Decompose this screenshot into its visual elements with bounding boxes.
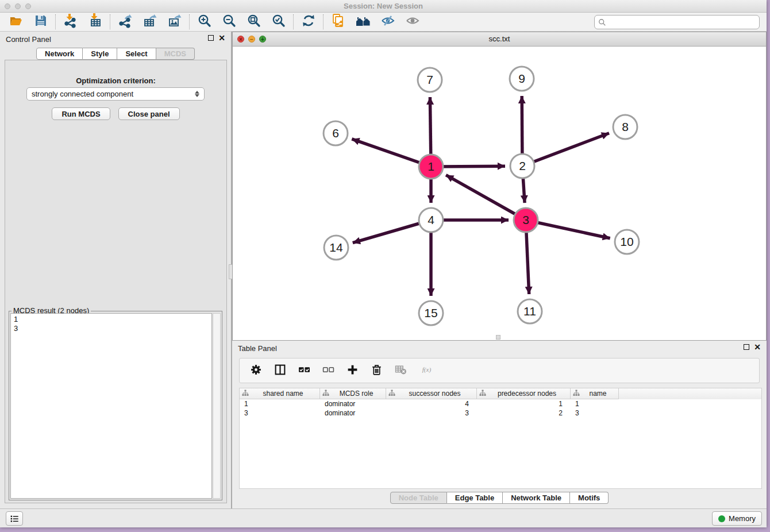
graph-node-4[interactable]: 4 bbox=[419, 208, 443, 232]
open-file-button[interactable] bbox=[3, 13, 28, 30]
table-row[interactable]: 3dominator323 bbox=[240, 408, 761, 418]
zoom-in-button[interactable] bbox=[192, 13, 217, 30]
refresh-button[interactable] bbox=[296, 13, 321, 30]
column-header-shared-name[interactable]: shared name bbox=[240, 388, 320, 399]
graph-node-6[interactable]: 6 bbox=[324, 121, 348, 145]
table-cell[interactable]: 3 bbox=[240, 408, 320, 418]
result-scrollbar[interactable] bbox=[213, 313, 221, 499]
tab-select[interactable]: Select bbox=[117, 48, 156, 60]
save-session-button[interactable] bbox=[28, 13, 53, 30]
graph-node-11[interactable]: 11 bbox=[518, 299, 542, 323]
table-cell[interactable]: 4 bbox=[386, 399, 477, 408]
table-cell[interactable]: 1 bbox=[477, 399, 571, 408]
toolbar-separator bbox=[189, 14, 190, 29]
hide-selected-button[interactable] bbox=[375, 13, 400, 30]
graph-node-2[interactable]: 2 bbox=[510, 154, 534, 178]
mcds-result-text[interactable]: 1 3 bbox=[10, 313, 212, 499]
table-float-panel-icon[interactable] bbox=[744, 344, 749, 350]
tab-network-table[interactable]: Network Table bbox=[503, 492, 570, 504]
hierarchy-icon bbox=[479, 390, 486, 398]
graph-node-15[interactable]: 15 bbox=[419, 301, 443, 325]
mcds-panel: Optimization criterion: strongly connect… bbox=[5, 60, 227, 503]
import-table-button[interactable] bbox=[83, 13, 107, 30]
columns-button[interactable] bbox=[273, 364, 287, 377]
column-header-predecessor-nodes[interactable]: predecessor nodes bbox=[477, 388, 571, 399]
tab-network[interactable]: Network bbox=[36, 48, 83, 60]
table-cell[interactable]: dominator bbox=[320, 408, 386, 418]
tab-mcds[interactable]: MCDS bbox=[156, 48, 195, 60]
control-panel-header: Control Panel ✕ bbox=[0, 32, 231, 47]
table-cell[interactable]: 3 bbox=[386, 408, 477, 418]
svg-text:6: 6 bbox=[332, 126, 339, 140]
delete-row-button[interactable] bbox=[369, 364, 383, 377]
table-cell[interactable]: dominator bbox=[320, 399, 386, 408]
table-cell[interactable]: 2 bbox=[477, 408, 571, 418]
network-resize-handle[interactable] bbox=[496, 335, 500, 340]
column-label: predecessor nodes bbox=[486, 390, 568, 398]
graph-edge-3-1[interactable] bbox=[446, 175, 526, 220]
graph-edge-2-8[interactable] bbox=[522, 133, 609, 166]
tab-style[interactable]: Style bbox=[83, 48, 117, 60]
svg-text:7: 7 bbox=[426, 73, 433, 86]
memory-status-icon bbox=[718, 515, 725, 522]
column-header-MCDS-role[interactable]: MCDS role bbox=[320, 388, 386, 399]
memory-button[interactable]: Memory bbox=[712, 511, 762, 526]
export-network-button[interactable] bbox=[113, 13, 137, 30]
optimization-criterion-label: Optimization criterion: bbox=[5, 76, 226, 85]
export-image-button[interactable] bbox=[162, 13, 187, 30]
tab-edge-table[interactable]: Edge Table bbox=[447, 492, 503, 504]
hierarchy-icon bbox=[242, 390, 249, 398]
new-network-from-selection-button[interactable] bbox=[326, 13, 351, 30]
new-network-from-selection-icon bbox=[331, 13, 346, 30]
table-row[interactable]: 1dominator411 bbox=[240, 399, 761, 408]
search-box[interactable] bbox=[594, 15, 760, 29]
graph-node-7[interactable]: 7 bbox=[418, 68, 442, 92]
column-header-name[interactable]: name bbox=[571, 388, 619, 399]
list-icon bbox=[9, 514, 20, 524]
table-cell[interactable]: 3 bbox=[571, 408, 619, 418]
graph-node-14[interactable]: 14 bbox=[324, 236, 348, 260]
settings-button[interactable] bbox=[249, 364, 263, 377]
graph-edge-3-10[interactable] bbox=[526, 220, 610, 238]
close-panel-button[interactable]: Close panel bbox=[118, 107, 180, 120]
export-table-icon bbox=[143, 13, 157, 30]
float-panel-icon[interactable] bbox=[208, 35, 214, 41]
add-row-icon bbox=[346, 364, 359, 378]
table-cell[interactable]: 1 bbox=[240, 399, 320, 408]
hierarchy-icon bbox=[388, 390, 395, 398]
optimization-criterion-select[interactable]: strongly connected component bbox=[26, 87, 205, 101]
zoom-out-button[interactable] bbox=[217, 13, 241, 30]
table-cell[interactable]: 1 bbox=[571, 399, 619, 408]
table-close-panel-icon[interactable]: ✕ bbox=[754, 344, 761, 350]
svg-text:8: 8 bbox=[622, 120, 629, 133]
graph-node-8[interactable]: 8 bbox=[613, 115, 637, 139]
graph-node-1[interactable]: 1 bbox=[419, 155, 443, 179]
select-all-button[interactable] bbox=[297, 364, 311, 377]
graph-node-9[interactable]: 9 bbox=[510, 67, 534, 91]
add-row-button[interactable] bbox=[345, 364, 359, 377]
graph-node-3[interactable]: 3 bbox=[514, 208, 538, 232]
deselect-all-button[interactable] bbox=[321, 364, 335, 377]
zoom-selected-button[interactable] bbox=[266, 13, 291, 30]
first-neighbors-button[interactable] bbox=[351, 13, 375, 30]
zoom-fit-icon bbox=[247, 13, 261, 30]
show-all-button[interactable] bbox=[400, 13, 425, 30]
svg-text:2: 2 bbox=[519, 159, 526, 172]
select-all-icon bbox=[298, 364, 310, 378]
export-image-icon bbox=[167, 13, 182, 30]
search-input[interactable] bbox=[609, 18, 756, 26]
select-stepper-icon bbox=[195, 91, 199, 97]
task-history-button[interactable] bbox=[6, 511, 23, 526]
close-panel-icon[interactable]: ✕ bbox=[218, 35, 225, 41]
first-neighbors-icon bbox=[356, 13, 371, 30]
import-network-icon bbox=[63, 13, 78, 30]
import-network-button[interactable] bbox=[58, 13, 83, 30]
tab-node-table[interactable]: Node Table bbox=[390, 492, 447, 504]
column-header-successor-nodes[interactable]: successor nodes bbox=[386, 388, 477, 399]
zoom-fit-button[interactable] bbox=[241, 13, 266, 30]
export-table-button[interactable] bbox=[137, 13, 162, 30]
graph-node-10[interactable]: 10 bbox=[615, 230, 639, 254]
run-mcds-button[interactable]: Run MCDS bbox=[52, 107, 110, 120]
network-canvas[interactable]: 1234678910111415 bbox=[233, 47, 766, 340]
tab-motifs[interactable]: Motifs bbox=[570, 492, 609, 504]
